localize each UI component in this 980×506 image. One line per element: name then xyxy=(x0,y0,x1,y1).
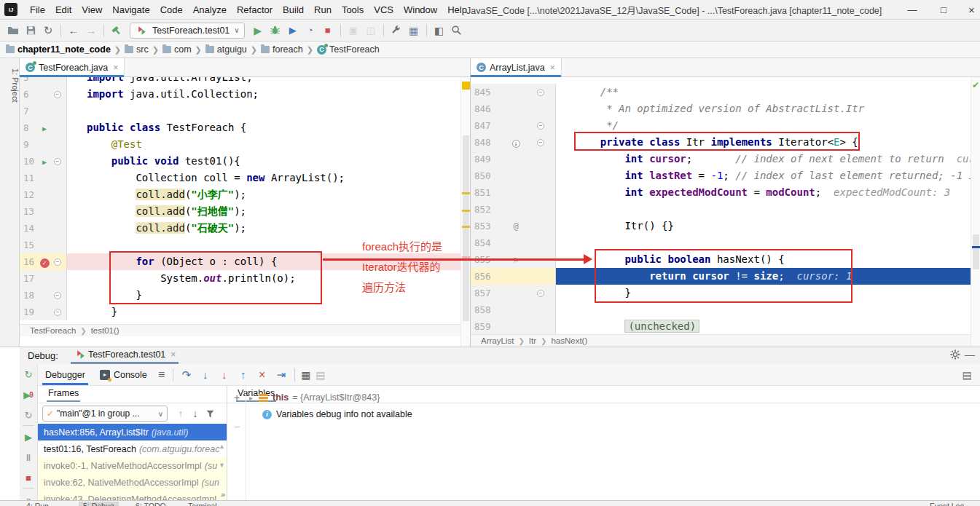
code-line-854[interactable]: 854 xyxy=(471,234,980,251)
menu-edit[interactable]: Edit xyxy=(50,0,77,20)
search-icon[interactable] xyxy=(448,22,466,39)
gutter[interactable]: 853 @ xyxy=(471,218,556,234)
project-structure-icon[interactable]: ▦ xyxy=(405,22,423,39)
implementing-marker-icon[interactable]: ↓ xyxy=(512,140,520,148)
coverage-icon[interactable]: ▶ xyxy=(284,22,302,39)
code-line-13[interactable]: 13 coll.add("扫地僧"); xyxy=(20,203,470,220)
wrench-icon[interactable] xyxy=(388,22,405,39)
menu-build[interactable]: Build xyxy=(278,0,309,20)
frame-row[interactable]: invoke:62, NativeMethodAccessorImpl(sun xyxy=(38,474,227,491)
menu-view[interactable]: View xyxy=(77,0,107,20)
breadcrumb-src[interactable]: src xyxy=(125,44,149,55)
breadcrumb-atguigu[interactable]: atguigu xyxy=(205,44,247,55)
close-button[interactable]: × xyxy=(963,0,980,20)
frame-up-icon[interactable]: ↑ xyxy=(173,406,188,421)
code-line-858[interactable]: 858 xyxy=(471,301,980,318)
close-icon[interactable]: × xyxy=(550,63,555,73)
save-icon[interactable] xyxy=(22,22,39,39)
gutter[interactable]: 850 xyxy=(471,167,556,184)
breadcrumb-item[interactable]: ArrayList xyxy=(481,336,514,345)
code-line-6[interactable]: 6 −import java.util.Collection; xyxy=(20,86,470,103)
expander-icon[interactable]: ▸ xyxy=(249,394,253,402)
menu-vcs[interactable]: VCS xyxy=(369,0,399,20)
breadcrumb-com[interactable]: com xyxy=(162,44,192,55)
gutter[interactable]: 13 xyxy=(20,203,67,220)
fold-marker-icon[interactable]: − xyxy=(537,139,544,146)
fold-marker-icon[interactable]: − xyxy=(54,292,61,299)
close-icon[interactable]: × xyxy=(170,349,176,360)
debug-session-tab[interactable]: TestForeach.test01 × xyxy=(71,348,179,364)
gutter[interactable]: 848 ↓ − xyxy=(471,134,556,151)
variable-this-row[interactable]: ▸ this = {ArrayList$Itr@843} xyxy=(249,390,380,406)
rerun-icon[interactable]: ↻ xyxy=(20,366,36,382)
bottom-bar-5-debug[interactable]: 5: Debug xyxy=(79,502,119,506)
menu-refactor[interactable]: Refactor xyxy=(232,0,278,20)
run-method-icon[interactable]: ▶ xyxy=(42,158,47,166)
gutter[interactable]: 847 − xyxy=(471,117,556,134)
gutter[interactable]: 18 − xyxy=(20,287,67,304)
step-into-icon[interactable]: ↓ xyxy=(196,368,215,382)
expand-more-icon[interactable]: » xyxy=(221,490,225,499)
forward-icon[interactable]: → xyxy=(82,22,100,39)
breakpoint-icon[interactable]: ✓ xyxy=(40,258,50,268)
gutter[interactable]: 857 − xyxy=(471,285,556,301)
gutter[interactable]: 854 xyxy=(471,234,556,251)
stop-icon[interactable]: ■ xyxy=(20,470,36,486)
fold-marker-icon[interactable]: − xyxy=(54,309,61,316)
gutter[interactable]: 858 xyxy=(471,301,556,318)
code-line-12[interactable]: 12 coll.add("小李广"); xyxy=(20,186,470,203)
menu-run[interactable]: Run xyxy=(309,0,337,20)
run-method-icon[interactable]: ▶ xyxy=(42,124,47,133)
frame-down-icon[interactable]: ↓ xyxy=(188,406,203,421)
breadcrumb-item[interactable]: test01() xyxy=(91,326,119,335)
frame-row[interactable]: invoke0:-1, NativeMethodAccessorImpl(su xyxy=(38,457,227,474)
fold-marker-icon[interactable]: − xyxy=(54,158,61,165)
back-icon[interactable]: ← xyxy=(65,22,82,39)
menu-window[interactable]: Window xyxy=(399,0,442,20)
breadcrumb-item[interactable]: TestForeach xyxy=(30,326,76,335)
fold-marker-icon[interactable]: − xyxy=(537,122,544,130)
gutter[interactable]: 12 xyxy=(20,186,67,203)
tab-arraylist-java[interactable]: C ArrayList.java × xyxy=(471,58,562,76)
gutter[interactable]: 851 xyxy=(471,184,556,201)
hotswap-icon[interactable]: ↻ xyxy=(20,407,36,423)
gutter[interactable]: 8 ▶ xyxy=(20,119,67,136)
run-configuration-dropdown[interactable]: TestForeach.test01 ∨ xyxy=(130,23,245,39)
code-line-857[interactable]: 857 − } xyxy=(471,285,980,301)
gutter[interactable]: 846 xyxy=(471,100,556,117)
resume-icon[interactable]: ▶9 xyxy=(20,387,36,403)
code-line-846[interactable]: 846 * An optimized version of AbstractLi… xyxy=(471,100,980,117)
menu-navigate[interactable]: Navigate xyxy=(107,0,154,20)
remove-watch-icon[interactable]: − xyxy=(230,419,244,434)
gutter[interactable]: 17 xyxy=(20,270,67,287)
frame-row[interactable]: test01:16, TestForeach(com.atguigu.forea… xyxy=(38,440,227,457)
resume-program-icon[interactable]: ▶ xyxy=(20,429,36,445)
scroll-down-icon[interactable]: ▼ xyxy=(219,462,225,469)
gutter[interactable]: 859 xyxy=(471,318,556,335)
left-error-stripe[interactable] xyxy=(460,77,470,347)
close-icon[interactable]: × xyxy=(113,63,118,73)
stop-icon[interactable]: ■ xyxy=(319,22,337,39)
bottom-bar-4-run[interactable]: 4: Run xyxy=(26,502,49,506)
gutter[interactable]: 7 xyxy=(20,103,67,119)
menu-code[interactable]: Code xyxy=(155,0,188,20)
evaluate-expression-icon[interactable]: ▦ xyxy=(299,368,313,382)
minimize-panel-icon[interactable]: — xyxy=(963,347,977,362)
gutter[interactable]: 9 xyxy=(20,136,67,153)
code-line-9[interactable]: 9 @Test xyxy=(20,136,470,153)
gutter[interactable]: 10 ▶ − xyxy=(20,153,67,170)
breadcrumb-TestForeach[interactable]: CTestForeach xyxy=(317,44,380,55)
trace-icon[interactable]: ▤ xyxy=(313,368,328,382)
panel-icon[interactable]: ◧ xyxy=(431,22,448,39)
menu-analyze[interactable]: Analyze xyxy=(188,0,232,20)
funnel-icon[interactable] xyxy=(203,406,217,421)
step-over-icon[interactable]: ↷ xyxy=(177,368,196,382)
tab-console[interactable]: ▸ Console xyxy=(93,364,154,385)
gutter[interactable]: 14 xyxy=(20,220,67,237)
thread-dropdown[interactable]: ✓ "main"@1 in group ... ∨ xyxy=(42,406,168,422)
code-line-850[interactable]: 850 int lastRet = -1; // index of last e… xyxy=(471,167,980,184)
scrollbar-thumb[interactable] xyxy=(973,234,979,269)
minimize-button[interactable]: — xyxy=(900,0,925,20)
gutter[interactable]: 845 − xyxy=(471,84,556,100)
code-line-10[interactable]: 10 ▶ − public void test01(){ xyxy=(20,153,470,170)
